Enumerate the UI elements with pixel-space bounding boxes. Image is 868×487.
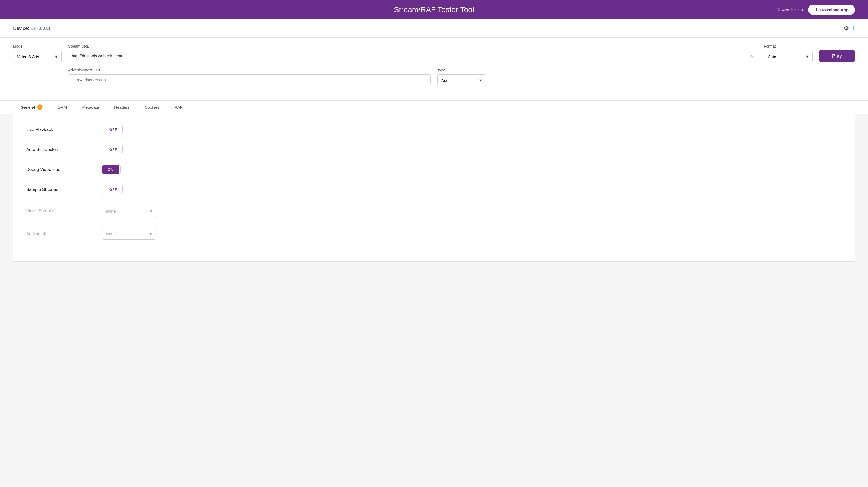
tab-raf[interactable]: RAF [167, 101, 190, 114]
video-sample-value: None [106, 209, 116, 213]
ad-sample-dropdown[interactable]: None ▾ [102, 228, 156, 240]
live-playback-label: Live Playback [26, 127, 102, 132]
device-ip: 127.0.0.1 [30, 26, 51, 31]
debug-video-hud-label: Debug Video Hud [26, 167, 102, 172]
app-title: Stream/RAF Tester Tool [394, 5, 474, 14]
device-bar: Device: 127.0.0.1 ⚙ ℹ [0, 20, 868, 38]
tab-metadata[interactable]: Metadata [75, 101, 107, 114]
type-value: Auto [441, 78, 450, 83]
format-label: Format [764, 44, 812, 49]
auto-set-cookie-row: Auto Set-Cookie OFF [26, 145, 842, 154]
stream-url-input-wrapper: ✕ [68, 51, 757, 61]
tab-cookies[interactable]: Cookies [137, 101, 167, 114]
video-sample-row: Video Sample None ▾ [26, 205, 842, 217]
auto-set-cookie-toggle[interactable]: OFF [102, 145, 123, 154]
device-icons: ⚙ ℹ [844, 25, 855, 32]
form-row-2: Advertisement URL Type Auto ▾ [13, 68, 855, 86]
auto-set-cookie-label: Auto Set-Cookie [26, 147, 102, 152]
download-app-button[interactable]: ⬇ Download App [808, 5, 855, 15]
stream-url-label: Stream URL [68, 44, 757, 49]
scale-icon: ⚖ [777, 7, 780, 12]
clear-icon: ✕ [750, 53, 754, 59]
apache-license-label: Apache 2.0 [782, 7, 803, 12]
tab-headers[interactable]: Headers [106, 101, 137, 114]
main-content: Mode Video & Ads ▾ Stream URL ✕ Format A… [0, 38, 868, 100]
ad-sample-chevron-down-icon: ▾ [150, 231, 152, 237]
debug-video-hud-row: Debug Video Hud ON [26, 165, 842, 174]
tab-raf-label: RAF [175, 105, 183, 110]
ad-sample-value: None [106, 232, 116, 236]
ad-url-group: Advertisement URL [68, 68, 431, 85]
debug-video-hud-toggle[interactable]: ON [102, 165, 121, 174]
tab-drm-label: DRM [58, 105, 67, 110]
video-sample-label: Video Sample [26, 209, 102, 213]
ad-url-label: Advertisement URL [68, 68, 431, 72]
live-playback-off-btn[interactable]: OFF [104, 125, 122, 134]
format-group: Format Auto ▾ [764, 44, 812, 62]
mode-chevron-down-icon: ▾ [55, 54, 58, 60]
info-icon-button[interactable]: ℹ [853, 25, 855, 32]
stream-url-clear-button[interactable]: ✕ [750, 54, 754, 58]
download-btn-label: Download App [820, 7, 848, 12]
header-right: ⚖ Apache 2.0 ⬇ Download App [777, 5, 855, 15]
tab-general[interactable]: General 1 [13, 101, 50, 114]
ad-sample-row: Ad Sample None ▾ [26, 228, 842, 240]
device-info: Device: 127.0.0.1 [13, 26, 51, 31]
tab-cookies-label: Cookies [145, 105, 159, 110]
download-icon: ⬇ [815, 7, 818, 12]
tab-headers-label: Headers [114, 105, 130, 110]
type-label: Type [437, 68, 486, 72]
mode-dropdown[interactable]: Video & Ads ▾ [13, 51, 62, 62]
sample-streams-label: Sample Streams [26, 187, 102, 192]
tabs-bar: General 1 DRM Metadata Headers Cookies R… [13, 101, 855, 114]
sample-streams-toggle[interactable]: OFF [102, 185, 123, 194]
format-chevron-down-icon: ▾ [806, 54, 808, 60]
video-sample-dropdown[interactable]: None ▾ [102, 205, 156, 217]
type-group: Type Auto ▾ [437, 68, 486, 86]
live-playback-row: Live Playback OFF [26, 125, 842, 134]
info-icon: ℹ [853, 25, 855, 32]
tab-general-label: General [21, 105, 35, 110]
type-chevron-down-icon: ▾ [479, 78, 482, 83]
auto-set-cookie-off-btn[interactable]: OFF [104, 145, 122, 154]
play-button[interactable]: Play [819, 50, 855, 62]
tab-metadata-label: Metadata [82, 105, 99, 110]
tab-content-general: Live Playback OFF Auto Set-Cookie OFF De… [13, 114, 855, 262]
format-dropdown[interactable]: Auto ▾ [764, 51, 812, 62]
apache-license: ⚖ Apache 2.0 [777, 7, 803, 12]
ad-url-input[interactable] [68, 74, 431, 85]
gear-icon: ⚙ [844, 25, 849, 32]
device-prefix: Device: [13, 26, 29, 31]
form-row-1: Mode Video & Ads ▾ Stream URL ✕ Format A… [13, 44, 855, 62]
stream-url-input[interactable] [72, 51, 750, 61]
tab-general-badge: 1 [37, 104, 42, 110]
mode-label: Mode [13, 44, 62, 49]
settings-icon-button[interactable]: ⚙ [844, 25, 849, 32]
mode-value: Video & Ads [17, 54, 39, 59]
stream-url-group: Stream URL ✕ [68, 44, 757, 61]
sample-streams-row: Sample Streams OFF [26, 185, 842, 194]
debug-video-hud-on-btn[interactable]: ON [102, 165, 119, 174]
type-dropdown[interactable]: Auto ▾ [437, 74, 486, 86]
tabs-section: General 1 DRM Metadata Headers Cookies R… [0, 100, 868, 114]
ad-sample-label: Ad Sample [26, 231, 102, 236]
sample-streams-off-btn[interactable]: OFF [104, 185, 122, 194]
video-sample-chevron-down-icon: ▾ [150, 208, 152, 214]
app-header: Stream/RAF Tester Tool ⚖ Apache 2.0 ⬇ Do… [0, 0, 868, 20]
tab-drm[interactable]: DRM [50, 101, 74, 114]
mode-group: Mode Video & Ads ▾ [13, 44, 62, 62]
toggle-right-pad [119, 165, 120, 174]
live-playback-toggle[interactable]: OFF [102, 125, 123, 134]
format-value: Auto [768, 54, 776, 59]
